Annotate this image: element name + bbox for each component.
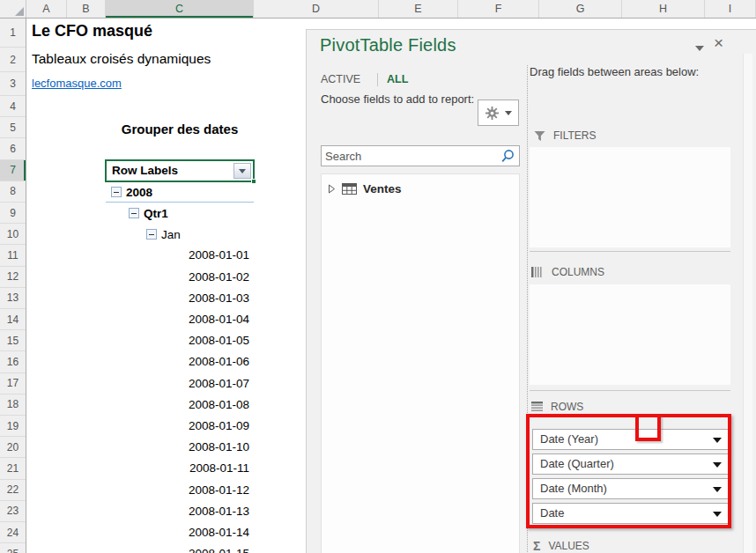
row-header-1[interactable]: 1 <box>0 18 26 48</box>
pivot-date-cell[interactable]: 2008-01-06 <box>106 351 249 372</box>
chevron-down-icon <box>505 111 512 115</box>
row-header-16[interactable]: 16 <box>0 351 26 372</box>
row-header-14[interactable]: 14 <box>0 309 26 330</box>
row-header-4[interactable]: 4 <box>0 96 26 117</box>
pivot-date-cell[interactable]: 2008-01-01 <box>106 245 249 266</box>
column-header-C[interactable]: C <box>106 0 254 18</box>
pivot-date-cell[interactable]: 2008-01-07 <box>106 373 249 394</box>
pivot-filter-button[interactable] <box>233 163 251 179</box>
column-header-G[interactable]: G <box>539 0 622 18</box>
pivot-date-cell[interactable]: 2008-01-02 <box>106 267 249 288</box>
column-header-B[interactable]: B <box>67 0 106 18</box>
rows-label: ROWS <box>551 401 583 413</box>
row-header-18[interactable]: 18 <box>0 394 26 416</box>
row-header-25[interactable]: 25 <box>0 543 26 553</box>
row-headers: 1234567891011121314151617181920212223242… <box>0 18 26 553</box>
cell-title[interactable]: Le CFO masqué <box>32 22 152 41</box>
row-header-23[interactable]: 23 <box>0 501 26 522</box>
area-divider <box>530 251 730 252</box>
rows-icon <box>531 402 543 412</box>
field-item-ventes[interactable]: Ventes <box>322 174 519 195</box>
row-header-20[interactable]: 20 <box>0 437 26 458</box>
row-header-13[interactable]: 13 <box>0 288 26 309</box>
pivot-group-label: 2008 <box>126 186 152 199</box>
chevron-down-icon[interactable] <box>713 512 722 517</box>
search-box <box>321 145 520 166</box>
row-header-21[interactable]: 21 <box>0 458 26 479</box>
rows-field-label: Date (Year) <box>540 432 598 446</box>
pane-divider <box>527 65 528 553</box>
row-header-19[interactable]: 19 <box>0 416 26 437</box>
choose-fields-label: Choose fields to add to report: <box>321 92 478 107</box>
column-headers: ABCDEFGHI <box>0 0 756 18</box>
columns-area-header: COLUMNS <box>531 266 604 278</box>
row-header-8[interactable]: 8 <box>0 181 26 203</box>
collapse-minus-icon[interactable] <box>111 187 122 197</box>
chevron-down-icon[interactable] <box>713 487 722 492</box>
rows-field-pill[interactable]: Date (Quarter) <box>532 453 730 475</box>
pivot-date-cell[interactable]: 2008-01-13 <box>106 501 249 522</box>
row-header-24[interactable]: 24 <box>0 522 26 543</box>
column-header-E[interactable]: E <box>379 0 458 18</box>
column-header-H[interactable]: H <box>622 0 705 18</box>
pane-scrollbar[interactable] <box>743 54 752 553</box>
filters-drop-area[interactable] <box>530 147 730 247</box>
pivot-group-year[interactable]: 2008 <box>111 181 152 203</box>
table-icon <box>342 183 357 195</box>
pivot-date-cell[interactable]: 2008-01-14 <box>106 522 249 543</box>
tab-active[interactable]: ACTIVE <box>321 73 360 85</box>
field-list: Ventes <box>321 173 520 553</box>
chevron-down-icon[interactable] <box>713 438 722 443</box>
pivot-date-cell[interactable]: 2008-01-11 <box>106 458 249 479</box>
cell-hyperlink[interactable]: lecfomasque.com <box>32 77 122 90</box>
columns-drop-area[interactable] <box>530 284 730 385</box>
search-icon[interactable] <box>500 149 515 164</box>
column-header-F[interactable]: F <box>458 0 539 18</box>
chevron-down-icon <box>239 169 246 173</box>
collapse-minus-icon[interactable] <box>129 208 139 218</box>
cell-subtitle[interactable]: Tableaux croisés dynamiques <box>32 51 211 67</box>
rows-field-pill[interactable]: Date (Month) <box>532 478 730 499</box>
cell-section-heading[interactable]: Grouper des dates <box>106 122 254 136</box>
rows-field-pill[interactable]: Date (Year) <box>532 429 730 450</box>
close-icon[interactable]: × <box>714 33 723 53</box>
row-header-17[interactable]: 17 <box>0 373 26 394</box>
sigma-icon: Σ <box>533 539 540 553</box>
row-header-11[interactable]: 11 <box>0 245 26 266</box>
row-header-12[interactable]: 12 <box>0 267 26 288</box>
pivot-date-cell[interactable]: 2008-01-04 <box>106 309 249 330</box>
row-header-7[interactable]: 7 <box>0 160 26 181</box>
rows-area-header: ROWS <box>531 401 583 413</box>
pivot-group-month[interactable]: Jan <box>146 224 181 245</box>
tools-button[interactable] <box>478 100 519 126</box>
pivot-group-label: Qtr1 <box>144 207 168 220</box>
pivot-date-cell[interactable]: 2008-01-15 <box>106 543 249 553</box>
column-header-I[interactable]: I <box>705 0 756 18</box>
chevron-down-icon[interactable] <box>713 462 722 468</box>
rows-field-label: Date <box>540 506 564 520</box>
tab-all[interactable]: ALL <box>387 73 408 85</box>
row-header-9[interactable]: 9 <box>0 203 26 224</box>
row-header-15[interactable]: 15 <box>0 330 26 351</box>
pivot-date-cell[interactable]: 2008-01-03 <box>106 288 249 309</box>
pivot-date-cell[interactable]: 2008-01-12 <box>106 480 249 501</box>
pivot-date-cell[interactable]: 2008-01-10 <box>106 437 249 458</box>
pane-options-chevron-icon[interactable] <box>693 41 707 54</box>
select-all-corner[interactable] <box>0 0 26 18</box>
pivot-row-labels-cell[interactable]: Row Labels <box>106 160 254 181</box>
pivot-date-cell[interactable]: 2008-01-09 <box>106 416 249 437</box>
pivot-date-cell[interactable]: 2008-01-05 <box>106 330 249 351</box>
row-header-10[interactable]: 10 <box>0 224 26 245</box>
search-input[interactable] <box>325 147 493 165</box>
collapse-minus-icon[interactable] <box>146 229 157 240</box>
rows-field-pill[interactable]: Date <box>532 503 730 524</box>
pivot-date-cell[interactable]: 2008-01-08 <box>106 394 249 416</box>
pivot-group-quarter[interactable]: Qtr1 <box>129 203 168 224</box>
row-header-5[interactable]: 5 <box>0 117 26 138</box>
row-header-22[interactable]: 22 <box>0 480 26 501</box>
column-header-D[interactable]: D <box>254 0 379 18</box>
row-header-2[interactable]: 2 <box>0 48 26 72</box>
row-header-3[interactable]: 3 <box>0 72 26 96</box>
row-header-6[interactable]: 6 <box>0 138 26 159</box>
column-header-A[interactable]: A <box>26 0 67 18</box>
